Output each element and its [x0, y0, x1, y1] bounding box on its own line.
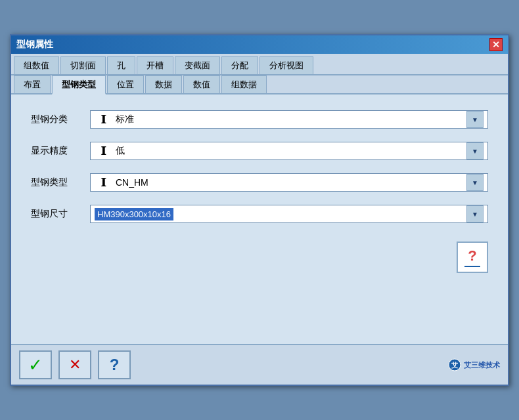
tab-section-type[interactable]: 型钢类型	[52, 75, 106, 94]
tab-values[interactable]: 数值	[183, 75, 220, 93]
form-row-section-type: 型钢类型 𝐈 CN_HM ▼	[31, 173, 488, 192]
tab-distribute[interactable]: 分配	[221, 56, 258, 74]
dropdown-classification-value: 标准	[116, 114, 465, 125]
tab-var-section[interactable]: 变截面	[175, 56, 220, 74]
dropdown-classification-arrow[interactable]: ▼	[466, 111, 484, 128]
content-area: 型钢分类 𝐈 标准 ▼ 显示精度 𝐈 低 ▼	[11, 94, 508, 344]
tab-analysis-view[interactable]: 分析视图	[260, 56, 313, 74]
help-row: ?	[31, 236, 488, 273]
label-classification: 型钢分类	[31, 114, 90, 125]
dropdown-section-type[interactable]: 𝐈 CN_HM ▼	[90, 173, 488, 192]
tabs-row-2: 布置 型钢类型 位置 数据 数值 组数据	[11, 75, 508, 94]
tabs-row-1: 组数值 切割面 孔 开槽 变截面 分配 分析视图	[11, 54, 508, 75]
dropdown-section-size-arrow[interactable]: ▼	[466, 205, 484, 222]
help-question-mark: ?	[468, 247, 476, 264]
svg-text:艾: 艾	[451, 362, 459, 369]
watermark-icon: 艾	[448, 358, 461, 371]
bottom-buttons: ✓ ✕ ?	[19, 350, 131, 379]
i-beam-icon-classification: 𝐈	[95, 111, 112, 128]
dialog-title: 型钢属性	[16, 39, 53, 51]
bottom-bar: ✓ ✕ ? 艾 艾三维技术	[11, 344, 508, 385]
help-underline	[464, 266, 480, 267]
dropdown-precision-value: 低	[116, 145, 465, 157]
help-bottom-button[interactable]: ?	[98, 350, 131, 379]
tab-hole[interactable]: 孔	[107, 56, 135, 74]
dropdown-precision-arrow[interactable]: ▼	[466, 142, 484, 159]
form-row-display-precision: 显示精度 𝐈 低 ▼	[31, 142, 488, 160]
dialog: 型钢属性 ✕ 组数值 切割面 孔 开槽 变截面 分配 分析视图 布置 型钢类型 …	[10, 34, 509, 386]
dropdown-section-type-value: CN_HM	[116, 177, 465, 188]
tab-cut-face[interactable]: 切割面	[60, 56, 106, 74]
cancel-button[interactable]: ✕	[58, 350, 91, 379]
watermark: 艾 艾三维技术	[448, 358, 500, 371]
dropdown-display-precision[interactable]: 𝐈 低 ▼	[90, 142, 488, 160]
i-beam-icon-precision: 𝐈	[95, 142, 112, 159]
dropdown-section-size[interactable]: HM390x300x10x16 ▼	[90, 205, 488, 223]
tab-position[interactable]: 位置	[107, 75, 144, 93]
i-beam-icon-type: 𝐈	[95, 174, 112, 191]
watermark-text: 艾三维技术	[464, 360, 500, 370]
help-button[interactable]: ?	[457, 242, 488, 273]
tab-open-slot[interactable]: 开槽	[137, 56, 173, 74]
tab-data[interactable]: 数据	[145, 75, 182, 93]
close-button[interactable]: ✕	[489, 38, 503, 51]
label-display-precision: 显示精度	[31, 145, 90, 157]
ok-button[interactable]: ✓	[19, 350, 52, 379]
dropdown-section-size-value: HM390x300x10x16	[95, 208, 173, 220]
form-row-section-size: 型钢尺寸 HM390x300x10x16 ▼	[31, 205, 488, 223]
tab-group-data[interactable]: 组数据	[221, 75, 267, 93]
label-section-type: 型钢类型	[31, 177, 90, 188]
dropdown-section-type-arrow[interactable]: ▼	[466, 174, 484, 191]
title-bar: 型钢属性 ✕	[11, 35, 508, 54]
tab-group-values[interactable]: 组数值	[14, 56, 59, 74]
tab-layout[interactable]: 布置	[14, 75, 51, 93]
label-section-size: 型钢尺寸	[31, 208, 90, 220]
form-row-classification: 型钢分类 𝐈 标准 ▼	[31, 110, 488, 129]
dropdown-classification[interactable]: 𝐈 标准 ▼	[90, 110, 488, 129]
